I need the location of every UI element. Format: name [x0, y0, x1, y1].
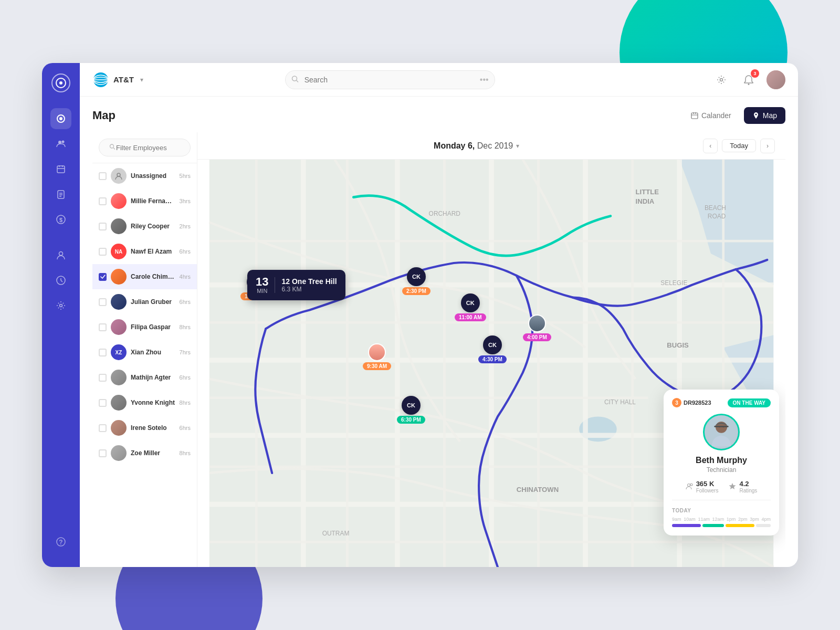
employee-checkbox-checked[interactable]	[99, 273, 107, 281]
employee-checkbox[interactable]	[99, 399, 107, 407]
map-pin-person2[interactable]: 9:30 AM	[363, 343, 391, 370]
route-minutes: 13	[256, 276, 268, 288]
route-unit: MIN	[256, 288, 268, 294]
time-label-2pm: 2pm	[738, 517, 748, 522]
settings-button[interactable]	[712, 70, 731, 89]
employee-checkbox[interactable]	[99, 424, 107, 432]
list-item[interactable]: NA Nawf El Azam 6hrs	[92, 239, 197, 264]
employee-checkbox[interactable]	[99, 223, 107, 230]
card-avatar-svg	[705, 414, 738, 450]
employee-checkbox[interactable]	[99, 323, 107, 331]
pin-time: 4:30 PM	[478, 355, 507, 363]
svg-text:INDIA: INDIA	[636, 197, 655, 205]
employee-checkbox[interactable]	[99, 349, 107, 356]
map-view-button[interactable]: Map	[744, 107, 785, 124]
list-item[interactable]: Unassigned 5hrs	[92, 163, 197, 188]
employee-avatar	[111, 269, 127, 285]
nav-item-clock[interactable]	[50, 270, 71, 291]
svg-point-4	[58, 141, 61, 144]
employee-checkbox[interactable]	[99, 248, 107, 256]
route-time-box: 13 MIN	[256, 276, 268, 294]
nav-item-calendar[interactable]	[50, 159, 71, 180]
employee-checkbox[interactable]	[99, 449, 107, 457]
followers-value: 365 K	[696, 480, 719, 488]
nav-item-settings[interactable]	[50, 295, 71, 316]
employee-checkbox[interactable]	[99, 197, 107, 205]
timeline-teal	[702, 524, 724, 527]
list-item[interactable]: Yvonne Knight 8hrs	[92, 390, 197, 415]
calendar-view-label: Calander	[701, 111, 731, 120]
map-area[interactable]: Monday 6, Dec 2019 ▾ ‹ Today ›	[197, 132, 785, 567]
map-pin-ck4[interactable]: CK 4:30 PM	[478, 335, 507, 363]
svg-text:BUGIS: BUGIS	[667, 341, 689, 349]
employee-checkbox[interactable]	[99, 298, 107, 306]
employee-panel: Unassigned 5hrs Millie Fernandez 3hrs	[92, 132, 197, 567]
nav-item-dollar[interactable]: $	[50, 209, 71, 230]
map-pin-ck2[interactable]: CK 2:30 PM	[402, 267, 430, 295]
list-item[interactable]: Julian Gruber 6hrs	[92, 289, 197, 314]
search-input[interactable]	[285, 70, 495, 89]
pin-circle: CK	[407, 267, 426, 286]
employee-hours: 4hrs	[180, 274, 191, 280]
svg-rect-6	[57, 166, 65, 173]
nav-item-home[interactable]	[50, 108, 71, 129]
employee-name: Carole Chimako	[131, 273, 175, 280]
nav-logo[interactable]	[51, 74, 70, 92]
svg-text:?: ?	[59, 539, 62, 546]
employee-checkbox[interactable]	[99, 374, 107, 382]
map-pin-person1[interactable]: 4:00 PM	[523, 314, 551, 341]
pin-time: 4:00 PM	[523, 333, 551, 341]
notification-button[interactable]: 3	[739, 70, 758, 89]
pin-time: 9:30 AM	[363, 362, 391, 370]
time-label-3pm: 3pm	[750, 517, 759, 522]
sidebar-nav: $ ?	[42, 63, 80, 567]
card-header-row: 3 DR928523 ON THE WAY	[672, 398, 771, 407]
pin-circle: CK	[402, 396, 421, 415]
svg-text:ORCHARD: ORCHARD	[429, 210, 461, 217]
user-avatar[interactable]	[766, 70, 785, 89]
list-item[interactable]: Irene Sotelo 6hrs	[92, 415, 197, 440]
date-next-button[interactable]: ›	[760, 139, 775, 153]
followers-label: Followers	[696, 488, 719, 494]
page-title-row: Map Calander	[92, 107, 785, 124]
nav-item-clipboard[interactable]	[50, 184, 71, 205]
employee-info: Nawf El Azam	[131, 248, 175, 255]
employee-name: Zoe Miller	[131, 449, 175, 457]
stat-rating: 4.2 Ratings	[739, 480, 757, 494]
time-label-12am: 12am	[712, 517, 724, 522]
nav-item-help[interactable]: ?	[50, 531, 71, 552]
list-item[interactable]: XZ Xian Zhou 7hrs	[92, 340, 197, 365]
nav-item-team[interactable]	[50, 245, 71, 266]
map-pin-ck3[interactable]: CK 11:00 AM	[455, 293, 486, 321]
calendar-view-button[interactable]: Calander	[682, 107, 740, 124]
page-content: Map Calander	[80, 97, 798, 567]
employee-checkbox[interactable]	[99, 172, 107, 180]
list-item[interactable]: Mathijn Agter 6hrs	[92, 365, 197, 390]
employee-avatar	[111, 218, 127, 234]
brand-chevron-icon[interactable]: ▾	[140, 76, 143, 83]
date-prev-button[interactable]: ‹	[703, 139, 718, 153]
svg-point-35	[755, 114, 757, 116]
list-item[interactable]: Millie Fernandez 3hrs	[92, 188, 197, 214]
today-button[interactable]: Today	[722, 139, 756, 152]
list-item[interactable]: Carole Chimako 4hrs	[92, 264, 197, 289]
svg-text:$: $	[59, 217, 62, 223]
list-item[interactable]: Filipa Gaspar 8hrs	[92, 314, 197, 340]
list-item[interactable]: Riley Cooper 2hrs	[92, 214, 197, 239]
route-popup: 13 MIN 12 One Tree Hill 6.3 KM	[247, 270, 345, 300]
search-options-icon[interactable]: •••	[480, 75, 489, 85]
employee-avatar	[111, 168, 127, 184]
map-pin-ck5[interactable]: CK 6:30 PM	[397, 396, 425, 424]
card-avatar-wrap	[672, 414, 771, 450]
card-time-labels: 9am 10am 11am 12am 1pm 2pm 3pm 4pm	[672, 517, 771, 522]
employee-name: Mathijn Agter	[131, 374, 175, 381]
card-stat-followers: 365 K Followers	[686, 480, 719, 494]
employee-hours: 3hrs	[180, 198, 191, 204]
notification-badge: 3	[751, 69, 759, 78]
pin-time: 6:30 PM	[397, 416, 425, 424]
list-item[interactable]: Zoe Miller 8hrs	[92, 440, 197, 466]
nav-item-users[interactable]	[50, 133, 71, 154]
card-employee-name: Beth Murphy	[672, 456, 771, 465]
map-date-chevron-icon[interactable]: ▾	[516, 142, 519, 150]
svg-text:ROAD: ROAD	[708, 213, 726, 220]
